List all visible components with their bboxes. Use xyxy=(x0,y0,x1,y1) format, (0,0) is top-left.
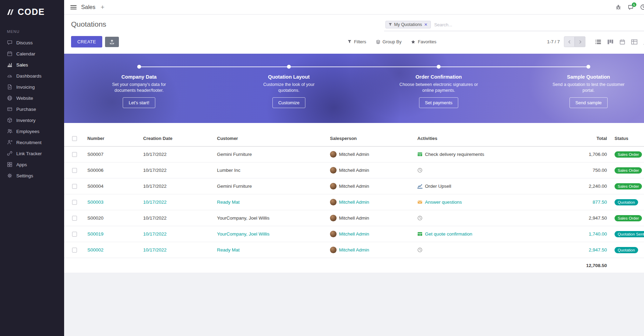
status-badge: Sales Order xyxy=(615,215,642,221)
row-checkbox[interactable] xyxy=(72,232,77,237)
cell-activity[interactable]: Order Upsell xyxy=(425,184,451,189)
column-header-number[interactable]: Number xyxy=(81,136,142,141)
cell-number: S00019 xyxy=(81,231,142,237)
step-description: Send a quotation to test the customer po… xyxy=(551,82,626,94)
sidebar-item-dashboards[interactable]: Dashboards xyxy=(0,70,64,81)
step-description: Set your company's data for documents he… xyxy=(102,82,176,94)
lets-start-button[interactable]: Let's start! xyxy=(123,97,155,108)
topbar: Sales + 5 1 xyxy=(64,0,644,15)
sidebar-item-sales[interactable]: Sales xyxy=(0,59,64,70)
sidebar-item-employees[interactable]: Employees xyxy=(0,126,64,137)
activities-clock-icon[interactable]: 1 xyxy=(640,4,644,10)
group-by-button[interactable]: Group By xyxy=(376,39,402,44)
row-checkbox[interactable] xyxy=(72,184,77,189)
column-header-total[interactable]: Total xyxy=(562,136,609,141)
control-panel: Quotations My Quotations ✕ CREATE Filter… xyxy=(64,15,644,54)
cell-creation-date: 10/17/2022 xyxy=(142,200,216,205)
table-row[interactable]: S00007 10/17/2022 Gemini Furniture Mitch… xyxy=(64,147,644,162)
quotations-table: Number Creation Date Customer Salesperso… xyxy=(64,131,644,273)
set-payments-button[interactable]: Set payments xyxy=(419,97,459,108)
table-row[interactable]: S00019 10/17/2022 YourCompany, Joel Will… xyxy=(64,226,644,242)
app-logo[interactable]: CODE xyxy=(0,0,64,21)
sidebar-item-purchase[interactable]: Purchase xyxy=(0,104,64,115)
column-header-activities[interactable]: Activities xyxy=(416,136,562,141)
plus-icon[interactable]: + xyxy=(101,4,104,10)
table-row[interactable]: S00002 10/17/2022 Ready Mat Mitchell Adm… xyxy=(64,242,644,258)
cell-activity[interactable]: Check delivery requirements xyxy=(425,152,484,157)
send-sample-button[interactable]: Send sample xyxy=(569,97,608,108)
pivot-view-icon[interactable] xyxy=(631,39,637,45)
filters-button[interactable]: Filters xyxy=(348,39,366,44)
select-all-checkbox[interactable] xyxy=(72,136,77,141)
create-button[interactable]: CREATE xyxy=(71,36,102,47)
filter-icon xyxy=(389,23,392,26)
kanban-view-icon[interactable] xyxy=(607,39,613,45)
upload-icon xyxy=(110,39,114,44)
row-checkbox[interactable] xyxy=(72,248,77,253)
current-app-name[interactable]: Sales xyxy=(81,4,95,10)
bug-icon[interactable] xyxy=(616,5,621,10)
purchase-icon xyxy=(7,106,12,112)
table-row[interactable]: S00020 10/17/2022 YourCompany, Joel Will… xyxy=(64,210,644,226)
hamburger-menu-icon[interactable] xyxy=(70,5,77,10)
calendar-view-icon[interactable] xyxy=(619,39,625,45)
cell-total: 1,740.00 xyxy=(562,231,609,237)
row-checkbox[interactable] xyxy=(72,200,77,205)
row-checkbox[interactable] xyxy=(72,168,77,173)
sidebar-item-discuss[interactable]: Discuss xyxy=(0,37,64,48)
column-header-salesperson[interactable]: Salesperson xyxy=(329,136,416,141)
cell-total: 877.50 xyxy=(562,200,609,205)
sidebar-item-recruitment[interactable]: Recruitment xyxy=(0,137,64,148)
upload-button[interactable] xyxy=(105,37,119,47)
salesperson-avatar xyxy=(330,199,337,205)
cell-total: 2,947.50 xyxy=(562,215,609,221)
favorites-button[interactable]: Favorites xyxy=(411,39,436,44)
search-facet-my-quotations[interactable]: My Quotations ✕ xyxy=(385,21,431,28)
logo-text: CODE xyxy=(18,7,45,17)
column-header-creation-date[interactable]: Creation Date xyxy=(142,136,216,141)
salesperson-avatar xyxy=(330,151,337,158)
table-row[interactable]: S00006 10/17/2022 Lumber Inc Mitchell Ad… xyxy=(64,162,644,178)
cell-total: 1,706.00 xyxy=(562,152,609,157)
invoicing-icon xyxy=(7,84,12,90)
sidebar-item-invoicing[interactable]: Invoicing xyxy=(0,81,64,92)
sidebar-item-calendar[interactable]: Calendar xyxy=(0,48,64,59)
sidebar-item-website[interactable]: Website xyxy=(0,92,64,104)
column-header-status[interactable]: Status xyxy=(609,136,644,141)
row-checkbox[interactable] xyxy=(72,216,77,221)
search-input[interactable] xyxy=(431,22,644,27)
cell-number: S00002 xyxy=(81,247,142,253)
sidebar-item-label: Purchase xyxy=(16,107,36,112)
table-header-row: Number Creation Date Customer Salesperso… xyxy=(64,131,644,147)
column-header-customer[interactable]: Customer xyxy=(216,136,329,141)
sidebar-item-label: Recruitment xyxy=(16,140,42,145)
row-checkbox[interactable] xyxy=(72,152,77,157)
cell-salesperson: Mitchell Admin xyxy=(339,184,369,189)
sidebar-item-settings[interactable]: Settings xyxy=(0,170,64,181)
list-view-icon[interactable] xyxy=(595,39,601,45)
pager-range: 1-7 / 7 xyxy=(547,39,560,44)
facet-remove-icon[interactable]: ✕ xyxy=(424,22,428,27)
clock-icon xyxy=(417,247,423,253)
messages-icon[interactable]: 5 xyxy=(628,5,634,10)
pager-previous-button[interactable] xyxy=(564,36,575,47)
sidebar-item-label: Settings xyxy=(16,173,33,178)
cell-customer: Ready Mat xyxy=(216,247,329,253)
sidebar-item-inventory[interactable]: Inventory xyxy=(0,115,64,126)
search-bar[interactable]: My Quotations ✕ xyxy=(384,20,644,31)
cell-creation-date: 10/17/2022 xyxy=(142,168,216,173)
pager-next-button[interactable] xyxy=(575,36,585,47)
cell-activity[interactable]: Answer questions xyxy=(425,200,462,205)
sidebar-item-apps[interactable]: Apps xyxy=(0,159,64,170)
filters-label: Filters xyxy=(354,39,366,44)
sidebar: CODE MENU Discuss Calendar Sales Dashboa… xyxy=(0,0,64,336)
table-row[interactable]: S00004 10/17/2022 Gemini Furniture Mitch… xyxy=(64,178,644,194)
cell-activity[interactable]: Get quote confirmation xyxy=(425,231,472,237)
salesperson-avatar xyxy=(330,167,337,174)
layers-icon xyxy=(376,40,380,44)
step-dot xyxy=(287,65,291,69)
cell-number: S00020 xyxy=(81,215,142,221)
customize-button[interactable]: Customize xyxy=(272,97,305,108)
sidebar-item-link-tracker[interactable]: Link Tracker xyxy=(0,148,64,159)
table-row[interactable]: S00003 10/17/2022 Ready Mat Mitchell Adm… xyxy=(64,194,644,210)
